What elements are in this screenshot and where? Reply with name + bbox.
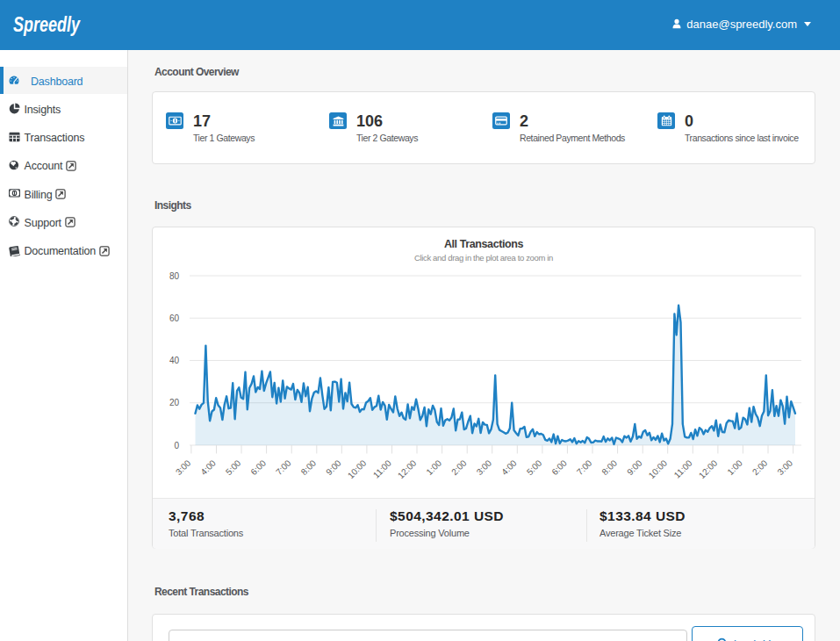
svg-text:7:00: 7:00 — [274, 457, 293, 477]
svg-text:6:00: 6:00 — [549, 457, 569, 477]
svg-text:11:00: 11:00 — [371, 457, 393, 479]
svg-text:20: 20 — [169, 398, 180, 407]
svg-text:8:00: 8:00 — [599, 457, 619, 477]
svg-text:4:00: 4:00 — [499, 457, 519, 477]
svg-text:12:00: 12:00 — [396, 457, 419, 480]
svg-text:1:00: 1:00 — [424, 457, 443, 477]
svg-text:9:00: 9:00 — [324, 457, 343, 477]
svg-text:0: 0 — [174, 441, 179, 450]
svg-text:9:00: 9:00 — [625, 457, 644, 477]
svg-text:10:00: 10:00 — [647, 457, 670, 480]
svg-text:12:00: 12:00 — [697, 457, 720, 480]
svg-text:3:00: 3:00 — [475, 457, 494, 477]
svg-text:8:00: 8:00 — [299, 457, 319, 477]
svg-text:3:00: 3:00 — [174, 457, 193, 477]
svg-text:80: 80 — [169, 271, 180, 281]
svg-text:5:00: 5:00 — [224, 457, 243, 477]
svg-text:1:00: 1:00 — [725, 457, 744, 477]
svg-text:5:00: 5:00 — [525, 457, 544, 477]
svg-text:60: 60 — [169, 313, 180, 323]
svg-text:6:00: 6:00 — [248, 457, 268, 477]
svg-text:4:00: 4:00 — [198, 457, 218, 477]
svg-text:40: 40 — [169, 356, 180, 365]
svg-text:10:00: 10:00 — [346, 457, 369, 480]
svg-text:11:00: 11:00 — [672, 457, 694, 479]
svg-text:3:00: 3:00 — [775, 457, 794, 477]
svg-text:7:00: 7:00 — [575, 457, 594, 477]
svg-text:2:00: 2:00 — [449, 457, 469, 477]
svg-text:2:00: 2:00 — [750, 457, 770, 477]
